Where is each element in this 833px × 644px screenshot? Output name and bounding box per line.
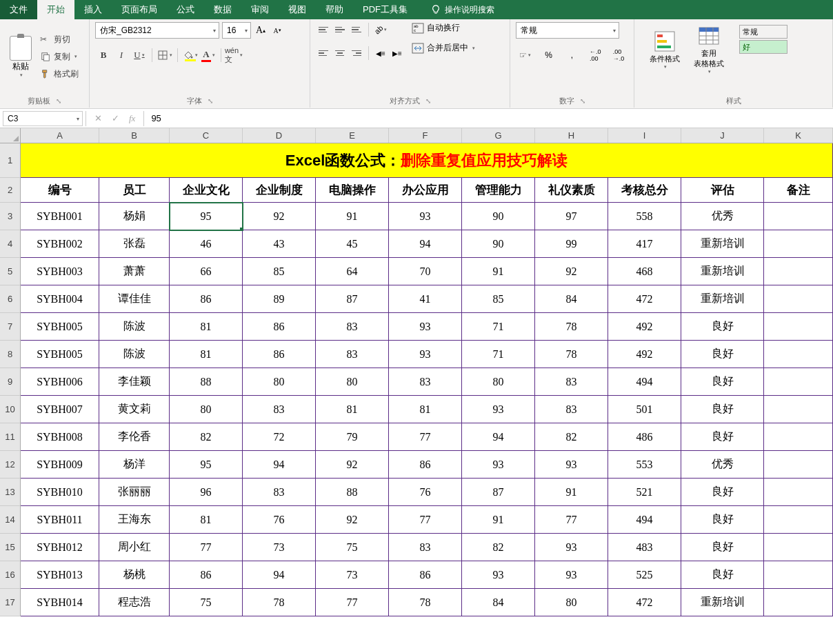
cell[interactable]: 83	[316, 341, 389, 368]
formula-input[interactable]: 95	[144, 113, 833, 123]
tab-help[interactable]: 帮助	[316, 0, 353, 19]
cell[interactable]: 优秀	[681, 203, 764, 230]
cell[interactable]: SYBH009	[21, 451, 99, 479]
font-size-select[interactable]: 16▾	[222, 22, 251, 39]
cell[interactable]: 94	[462, 423, 535, 451]
row-header[interactable]: 4	[0, 230, 21, 258]
cell[interactable]: SYBH001	[21, 203, 99, 230]
cell[interactable]: 92	[316, 506, 389, 534]
cell[interactable]	[764, 589, 833, 616]
header-cell[interactable]: 办公应用	[389, 178, 462, 203]
cell[interactable]: SYBH012	[21, 534, 99, 561]
accounting-button[interactable]: ☞▾	[516, 47, 535, 63]
conditional-format-button[interactable]: 条件格式▾	[645, 25, 684, 74]
cell[interactable]: 75	[170, 589, 243, 616]
cell[interactable]: 81	[170, 341, 243, 368]
cell[interactable]: 重新培训	[681, 258, 764, 285]
col-header[interactable]: E	[316, 128, 389, 143]
col-header[interactable]: B	[99, 128, 170, 143]
cell[interactable]	[764, 506, 833, 534]
style-good[interactable]: 好	[739, 40, 787, 54]
cell[interactable]: 82	[462, 534, 535, 561]
cell[interactable]: 杨娟	[99, 203, 170, 230]
header-cell[interactable]: 评估	[681, 178, 764, 203]
cell[interactable]: 553	[608, 451, 681, 479]
cell[interactable]: 77	[389, 423, 462, 451]
col-header[interactable]: I	[608, 128, 681, 143]
cell[interactable]: 92	[535, 258, 608, 285]
header-cell[interactable]: 考核总分	[608, 178, 681, 203]
cell[interactable]: 91	[316, 203, 389, 230]
paste-button[interactable]: 粘贴 ▾	[6, 22, 36, 91]
increase-indent-button[interactable]: ▶≡	[390, 46, 405, 61]
align-right-button[interactable]	[349, 46, 364, 61]
cell[interactable]: 45	[316, 230, 389, 258]
decrease-decimal-button[interactable]: .00→.0	[609, 47, 628, 63]
cell[interactable]	[764, 341, 833, 368]
cell[interactable]: 501	[608, 396, 681, 423]
cell[interactable]: 良好	[681, 313, 764, 341]
orientation-button[interactable]: ab▾	[373, 22, 388, 37]
cell[interactable]: 80	[243, 368, 316, 396]
tab-data[interactable]: 数据	[204, 0, 241, 19]
cell[interactable]: 李佳颖	[99, 368, 170, 396]
cell[interactable]	[764, 396, 833, 423]
cell[interactable]: 93	[535, 451, 608, 479]
format-as-table-button[interactable]: 套用 表格格式▾	[690, 25, 728, 74]
align-center-button[interactable]	[332, 46, 348, 61]
cell[interactable]	[764, 534, 833, 561]
cell[interactable]: SYBH004	[21, 285, 99, 313]
cell[interactable]: 83	[535, 368, 608, 396]
decrease-indent-button[interactable]: ◀≡	[373, 46, 388, 61]
cell[interactable]: 87	[462, 479, 535, 506]
cell[interactable]: 79	[316, 423, 389, 451]
cell[interactable]: 83	[243, 479, 316, 506]
cell[interactable]: 78	[535, 341, 608, 368]
comma-button[interactable]: ,	[563, 47, 582, 63]
dialog-launcher-icon[interactable]: ⤡	[580, 97, 585, 105]
tab-home[interactable]: 开始	[37, 0, 74, 19]
cell[interactable]: 525	[608, 561, 681, 589]
cell[interactable]: 93	[535, 534, 608, 561]
cell[interactable]: 85	[462, 285, 535, 313]
cell[interactable]: 99	[535, 230, 608, 258]
cell[interactable]: 492	[608, 341, 681, 368]
row-header[interactable]: 17	[0, 589, 21, 616]
header-cell[interactable]: 员工	[99, 178, 170, 203]
cancel-button[interactable]: ✕	[94, 113, 102, 123]
cell[interactable]: 472	[608, 589, 681, 616]
cell[interactable]: 558	[608, 203, 681, 230]
row-header[interactable]: 7	[0, 313, 21, 341]
cell[interactable]: 84	[462, 589, 535, 616]
percent-button[interactable]: %	[539, 47, 559, 63]
row-header[interactable]: 14	[0, 506, 21, 534]
cell[interactable]: 杨桃	[99, 561, 170, 589]
col-header[interactable]: K	[764, 128, 833, 143]
format-painter-button[interactable]: 格式刷	[40, 67, 79, 81]
cell[interactable]: 81	[170, 313, 243, 341]
cell[interactable]: 96	[170, 479, 243, 506]
cell[interactable]: 陈波	[99, 341, 170, 368]
cell[interactable]: 张磊	[99, 230, 170, 258]
cell[interactable]: 重新培训	[681, 230, 764, 258]
tab-formulas[interactable]: 公式	[167, 0, 204, 19]
cell[interactable]: 良好	[681, 341, 764, 368]
cell[interactable]: 86	[243, 341, 316, 368]
cell[interactable]: 468	[608, 258, 681, 285]
cell[interactable]: 81	[316, 396, 389, 423]
header-cell[interactable]: 备注	[764, 178, 833, 203]
select-all-corner[interactable]	[0, 128, 21, 143]
cell[interactable]: 张丽丽	[99, 479, 170, 506]
cut-button[interactable]: ✂ 剪切	[40, 32, 79, 47]
cell[interactable]: 83	[243, 396, 316, 423]
cell[interactable]	[764, 203, 833, 230]
cell[interactable]: 83	[389, 368, 462, 396]
cell[interactable]: 64	[316, 258, 389, 285]
cell[interactable]: 王海东	[99, 506, 170, 534]
cell[interactable]	[764, 451, 833, 479]
cell[interactable]: 萧萧	[99, 258, 170, 285]
row-header[interactable]: 6	[0, 285, 21, 313]
cell[interactable]: SYBH014	[21, 589, 99, 616]
cell[interactable]: 杨洋	[99, 451, 170, 479]
cell[interactable]: 李伦香	[99, 423, 170, 451]
